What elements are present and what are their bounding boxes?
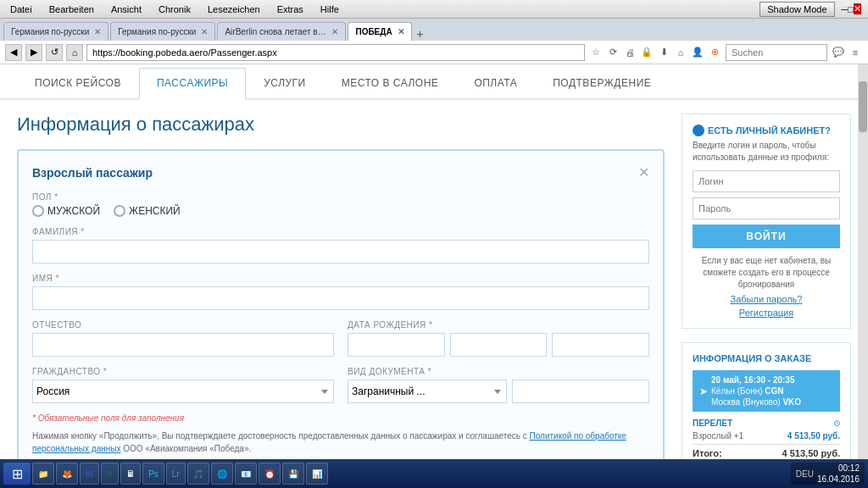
menu-hilfe[interactable]: Hilfe <box>317 3 342 15</box>
menu-lesezeichen[interactable]: Lesezeichen <box>204 3 264 15</box>
tab-payment[interactable]: ОПЛАТА <box>456 68 535 98</box>
new-tab-button[interactable]: + <box>414 27 427 41</box>
menu-datei[interactable]: Datei <box>7 3 36 15</box>
total-row: Итого: 4 513,50 руб. <box>693 444 840 458</box>
expand-icon[interactable]: ⊙ <box>833 419 840 428</box>
menu-chronik[interactable]: Chronik <box>155 3 194 15</box>
browser-tab-4-active[interactable]: ПОБЕДА ✕ <box>348 22 411 41</box>
female-option[interactable]: ЖЕНСКИЙ <box>114 205 181 217</box>
download-icon[interactable]: ⬇ <box>656 45 671 60</box>
tab-close-3[interactable]: ✕ <box>331 27 338 36</box>
taskbar-photoshop[interactable]: Ps <box>142 463 164 485</box>
minimize-button[interactable]: ─ <box>842 4 849 14</box>
menu-bearbeiten[interactable]: Bearbeiten <box>46 3 97 15</box>
taskbar: ⊞ 📁 🦊 W X 🖩 Ps Lr 🎵 🌐 📧 <box>0 459 868 488</box>
female-radio[interactable] <box>114 205 125 217</box>
doc-row: ГРАЖДАНСТВО * Россия ВИД ДОКУМЕНТА * Заг… <box>32 367 649 403</box>
close-button[interactable]: ✕ <box>854 3 861 14</box>
taskbar-excel[interactable]: X <box>101 463 119 485</box>
taskbar-lightroom[interactable]: Lr <box>166 463 186 485</box>
patronymic-col: ОТЧЕСТВО <box>32 320 334 357</box>
taskbar-misc3[interactable]: 📧 <box>235 463 257 485</box>
tab-passengers[interactable]: ПАССАЖИРЫ <box>139 68 246 100</box>
tab-close-1[interactable]: ✕ <box>94 27 101 36</box>
taskbar-clock[interactable]: ⏰ <box>259 463 281 485</box>
menu-extras[interactable]: Extras <box>274 3 307 15</box>
surname-input[interactable] <box>32 240 649 263</box>
browser-tab-1[interactable]: Германия по-русски ✕ <box>3 22 108 41</box>
required-note: * Обязательные поля для заполнения <box>32 413 649 423</box>
register-link[interactable]: Регистрация <box>693 308 840 318</box>
menu-ansicht[interactable]: Ansicht <box>108 3 145 15</box>
male-option[interactable]: МУЖСКОЙ <box>32 205 100 217</box>
firefox-taskbar-icon: 🦊 <box>62 469 72 479</box>
scrollbar-y[interactable] <box>858 64 868 459</box>
excel-icon: X <box>107 469 113 479</box>
taskbar-firefox[interactable]: 🦊 <box>56 463 78 485</box>
doc-number-input[interactable] <box>512 380 649 403</box>
search-input[interactable] <box>726 44 827 61</box>
tab-search-flights[interactable]: ПОИСК РЕЙСОВ <box>17 68 139 98</box>
tray-language[interactable]: DEU <box>796 469 814 479</box>
password-field[interactable] <box>693 197 840 219</box>
birth-day-select[interactable] <box>348 333 445 357</box>
login-field[interactable] <box>693 170 840 192</box>
whatsapp-icon[interactable]: 💬 <box>831 45 846 60</box>
page-content: ПОИСК РЕЙСОВ ПАССАЖИРЫ УСЛУГИ МЕСТО В СА… <box>0 64 868 459</box>
taskbar-misc1[interactable]: 🎵 <box>187 463 209 485</box>
start-button[interactable]: ⊞ <box>3 463 31 485</box>
browser-tab-2[interactable]: Германия по-русски ✕ <box>110 22 215 41</box>
address-input[interactable] <box>86 44 585 61</box>
forward-button[interactable]: ▶ <box>25 44 42 61</box>
taskbar-misc5[interactable]: 📊 <box>306 463 328 485</box>
name-input[interactable] <box>32 286 649 310</box>
taskbar-misc2[interactable]: 🌐 <box>211 463 233 485</box>
form-close-icon[interactable]: ✕ <box>638 164 649 180</box>
taskbar-calculator[interactable]: 🖩 <box>120 463 141 485</box>
word-icon: W <box>86 469 93 479</box>
misc4-icon: 💾 <box>288 469 298 479</box>
print-icon[interactable]: 🖨 <box>622 45 637 60</box>
citizenship-select[interactable]: Россия <box>32 380 334 403</box>
maximize-button[interactable]: □ <box>848 4 854 14</box>
doc-type-col: ВИД ДОКУМЕНТА * Заграничный ... <box>348 367 649 403</box>
tab-confirmation[interactable]: ПОДТВЕРЖДЕНИЕ <box>535 68 669 98</box>
clock-icon: ⏰ <box>264 469 275 479</box>
order-box: ИНФОРМАЦИЯ О ЗАКАЗЕ ➤ 20 май, 16:30 - 20… <box>682 342 851 459</box>
home-button[interactable]: ⌂ <box>66 44 83 61</box>
male-radio[interactable] <box>32 205 44 217</box>
doc-number-col <box>512 380 649 403</box>
patronymic-label: ОТЧЕСТВО <box>32 320 334 330</box>
tab-services[interactable]: УСЛУГИ <box>246 68 324 98</box>
taskbar-explorer[interactable]: 📁 <box>32 463 54 485</box>
reload-button[interactable]: ↺ <box>46 44 63 61</box>
user-icon[interactable]: 👤 <box>690 45 705 60</box>
patronymic-input[interactable] <box>32 333 334 357</box>
browser-tab-3[interactable]: AirBerlin снова летает в ... ✕ <box>217 22 346 41</box>
form-title: Взрослый пассажир <box>32 166 153 180</box>
scrollbar-thumb[interactable] <box>859 81 867 132</box>
address-bar: ◀ ▶ ↺ ⌂ ☆ ⟳ 🖨 🔒 ⬇ ⌂ 👤 ⊕ 💬 ≡ <box>0 41 868 64</box>
birth-month-select[interactable] <box>450 333 548 357</box>
login-note: Если у вас еще нет кабинета, вы сможете … <box>693 255 840 291</box>
total-label: Итого: <box>693 448 722 458</box>
taskbar-misc4[interactable]: 💾 <box>282 463 304 485</box>
forgot-password-link[interactable]: Забыли пароль? <box>693 294 840 304</box>
tab-seat[interactable]: МЕСТО В САЛОНЕ <box>324 68 457 98</box>
birth-year-select[interactable] <box>552 333 649 357</box>
misc2-icon: 🌐 <box>217 469 227 479</box>
home2-icon[interactable]: ⌂ <box>673 45 688 60</box>
shield-icon: 🔒 <box>639 45 654 60</box>
menu-icon[interactable]: ≡ <box>848 45 863 60</box>
bookmark-icon[interactable]: ☆ <box>588 45 604 60</box>
tab-close-2[interactable]: ✕ <box>201 27 208 36</box>
doc-type-select[interactable]: Заграничный ... <box>348 380 507 403</box>
taskbar-word[interactable]: W <box>80 463 99 485</box>
back-button[interactable]: ◀ <box>5 44 22 61</box>
login-button[interactable]: ВОЙТИ <box>693 225 840 248</box>
tab-close-4[interactable]: ✕ <box>398 27 404 36</box>
sync-icon[interactable]: ⟳ <box>605 45 620 60</box>
order-box-title: ИНФОРМАЦИЯ О ЗАКАЗЕ <box>693 353 840 363</box>
shadow-mode-button[interactable]: Shadow Mode <box>760 2 834 17</box>
surname-row: ФАМИЛИЯ * <box>32 227 649 263</box>
